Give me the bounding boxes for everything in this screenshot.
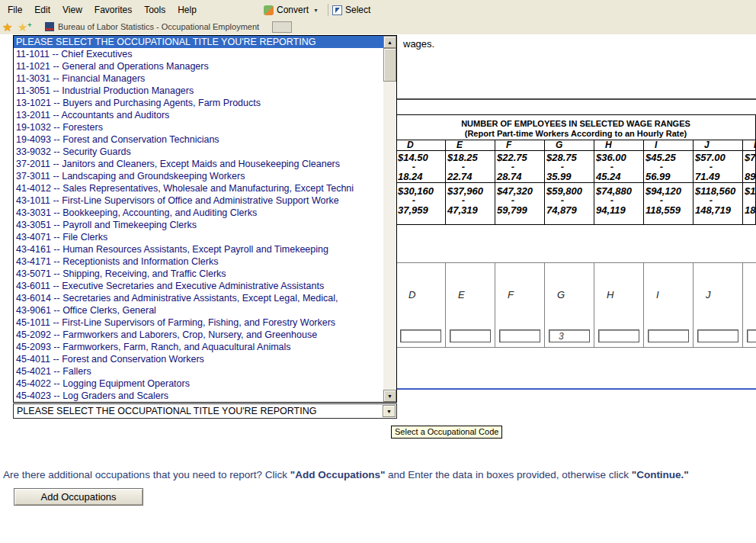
convert-button[interactable]: Convert: [277, 5, 309, 15]
hourly-range-cell: $18.25 - 22.74: [446, 151, 495, 183]
occupation-option[interactable]: 45-1011 -- First-Line Supervisors of Far…: [14, 316, 383, 329]
combo-dropdown-button[interactable]: ▼: [383, 405, 396, 417]
hourly-high-value: 35.99: [546, 172, 594, 182]
annual-high-value: 94,119: [596, 205, 643, 215]
occupation-option[interactable]: 19-1032 -- Foresters: [14, 121, 383, 133]
occupation-option[interactable]: 43-1011 -- First-Line Supervisors of Off…: [14, 194, 383, 207]
wage-column: D $14.50 - 18.24 $30,160 - 37,959: [396, 140, 446, 224]
employee-count-input[interactable]: [697, 329, 738, 342]
hourly-range-cell: $22.75 - 28.74: [495, 151, 544, 183]
hourly-high-value: 22.74: [447, 172, 495, 182]
hourly-range-cell: $14.50 - 18.24: [396, 151, 445, 183]
occupation-option[interactable]: 45-2092 -- Farmworkers and Laborers, Cro…: [14, 329, 383, 341]
wage-table-subtitle: (Report Part-time Workers According to a…: [396, 129, 755, 139]
annual-low-value: $47,320: [497, 186, 544, 196]
footer-text-part: and Enter the data in boxes provided, ot…: [385, 469, 631, 480]
occupation-option[interactable]: 13-1021 -- Buyers and Purchasing Agents,…: [14, 97, 383, 109]
scroll-up-button[interactable]: ▲: [383, 36, 396, 48]
occupation-option[interactable]: 43-4161 -- Human Resources Assistants, E…: [14, 243, 383, 255]
occupation-option[interactable]: 19-4093 -- Forest and Conservation Techn…: [14, 133, 383, 146]
entry-column: [743, 263, 756, 347]
occupation-option[interactable]: 43-4171 -- Receptionists and Information…: [14, 255, 383, 268]
occupation-option[interactable]: 45-4022 -- Logging Equipment Operators: [14, 378, 383, 390]
occupation-select-value: PLEASE SELECT THE OCCUPATIONAL TITLE YOU…: [17, 406, 316, 416]
menu-item[interactable]: Help: [171, 5, 203, 15]
scroll-down-button[interactable]: ▼: [383, 390, 396, 402]
occupation-option[interactable]: 43-9061 -- Office Clerks, General: [14, 304, 383, 316]
occupation-option[interactable]: 41-4012 -- Sales Representatives, Wholes…: [14, 182, 383, 194]
occupation-option[interactable]: 43-6014 -- Secretaries and Administrativ…: [14, 292, 383, 304]
occupation-select[interactable]: PLEASE SELECT THE OCCUPATIONAL TITLE YOU…: [13, 403, 397, 419]
occupation-option[interactable]: 43-5071 -- Shipping, Receiving, and Traf…: [14, 268, 383, 280]
occupation-option[interactable]: 43-3031 -- Bookkeeping, Accounting, and …: [14, 207, 383, 219]
occupation-option[interactable]: 45-4021 -- Fallers: [14, 365, 383, 378]
entry-column: J: [694, 263, 743, 347]
hourly-range-cell: $57.00 - 71.49: [694, 151, 742, 183]
occupation-option[interactable]: 11-1021 -- General and Operations Manage…: [14, 60, 383, 72]
occupation-option[interactable]: 11-3051 -- Industrial Production Manager…: [14, 85, 383, 97]
annual-high-value: 47,319: [447, 205, 495, 215]
menu-items: FileEditViewFavoritesToolsHelp: [0, 0, 756, 20]
occupation-option[interactable]: 43-4071 -- File Clerks: [14, 231, 383, 243]
employee-count-input[interactable]: [648, 329, 689, 342]
add-occupations-button[interactable]: Add Occupations: [14, 488, 143, 506]
arrow-up-icon: ▲: [387, 40, 392, 45]
menu-item[interactable]: Favorites: [88, 5, 138, 15]
annual-range-cell: $148,720 - 187,199: [743, 183, 756, 224]
occupation-option[interactable]: 33-9032 -- Security Guards: [14, 146, 383, 158]
annual-high-value: 59,799: [497, 205, 544, 215]
occupation-option[interactable]: 45-4023 -- Log Graders and Scalers: [14, 390, 383, 402]
employee-count-input[interactable]: [499, 329, 540, 342]
occupation-option[interactable]: 37-3011 -- Landscaping and Groundskeepin…: [14, 170, 383, 182]
annual-low-value: $30,160: [398, 186, 445, 196]
scroll-thumb[interactable]: [383, 48, 396, 82]
occupation-option[interactable]: 11-1011 -- Chief Executives: [14, 48, 383, 60]
menu-item[interactable]: File: [2, 5, 28, 15]
browser-tab[interactable]: Bureau of Labor Statistics - Occupationa…: [58, 22, 259, 31]
menu-item[interactable]: Tools: [138, 5, 171, 15]
employee-count-input[interactable]: [598, 329, 639, 342]
occupation-option[interactable]: 43-3051 -- Payroll and Timekeeping Clerk…: [14, 219, 383, 231]
employee-count-input[interactable]: [450, 329, 491, 342]
browser-window: FileEditViewFavoritesToolsHelp Convert ▼…: [0, 0, 756, 543]
occupation-listbox-options: PLEASE SELECT THE OCCUPATIONAL TITLE YOU…: [14, 36, 383, 402]
annual-high-value: 74,879: [546, 205, 594, 215]
employee-entry-table: D E F G H I J: [396, 262, 756, 348]
employee-count-input[interactable]: [400, 329, 441, 342]
annual-high-value: 148,719: [695, 205, 742, 215]
annual-high-value: 37,959: [398, 205, 445, 215]
wage-column: J $57.00 - 71.49 $118,560 - 148,719: [694, 140, 743, 224]
wage-column-letter: G: [545, 140, 594, 151]
favorites-star-icon[interactable]: ★: [2, 20, 12, 34]
occupation-option[interactable]: 43-6011 -- Executive Secretaries and Exe…: [14, 280, 383, 292]
convert-caret-icon[interactable]: ▼: [309, 8, 324, 13]
hourly-low-value: $36.00: [596, 153, 643, 162]
dropdown-scrollbar[interactable]: ▲ ▼: [383, 36, 396, 402]
employee-count-input[interactable]: [549, 329, 590, 342]
add-favorite-star-icon[interactable]: ★+: [18, 20, 27, 34]
section-divider: [396, 98, 756, 100]
select-button[interactable]: Select: [345, 5, 370, 15]
occupation-option[interactable]: 37-2011 -- Janitors and Cleaners, Except…: [14, 158, 383, 170]
occupation-option[interactable]: 11-3031 -- Financial Managers: [14, 72, 383, 85]
entry-column-letter: D: [408, 289, 415, 300]
partial-sentence: wages.: [403, 38, 434, 50]
arrow-down-icon: ▼: [387, 394, 392, 399]
occupation-option[interactable]: PLEASE SELECT THE OCCUPATIONAL TITLE YOU…: [14, 36, 383, 48]
employee-count-input[interactable]: [747, 329, 756, 342]
hourly-high-value: 28.74: [497, 172, 544, 182]
menu-item[interactable]: View: [56, 5, 88, 15]
annual-range-cell: $94,120 - 118,559: [644, 183, 693, 224]
footer-text-part: Are there additional occupations that yo…: [3, 469, 290, 480]
plus-icon: +: [27, 18, 31, 33]
annual-low-value: $74,880: [596, 186, 643, 196]
hourly-high-value: 71.49: [695, 172, 742, 182]
annual-high-value: 118,559: [645, 205, 693, 215]
tooltip: Select a Occupational Code: [391, 426, 502, 439]
menu-item[interactable]: Edit: [28, 5, 56, 15]
convert-icon: [264, 5, 274, 15]
occupation-option[interactable]: 45-2093 -- Farmworkers, Farm, Ranch, and…: [14, 341, 383, 353]
wage-column-letter: F: [495, 140, 544, 151]
occupation-option[interactable]: 45-4011 -- Forest and Conservation Worke…: [14, 353, 383, 365]
occupation-option[interactable]: 13-2011 -- Accountants and Auditors: [14, 109, 383, 121]
